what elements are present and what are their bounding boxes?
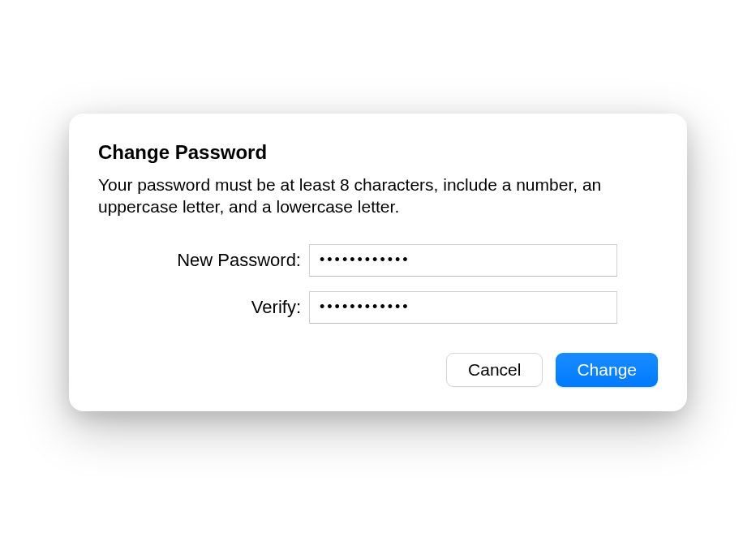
- change-button[interactable]: Change: [556, 353, 658, 387]
- new-password-row: New Password:: [98, 244, 658, 277]
- verify-password-input[interactable]: [309, 291, 617, 324]
- dialog-button-row: Cancel Change: [98, 353, 658, 387]
- verify-password-row: Verify:: [98, 291, 658, 324]
- dialog-description: Your password must be at least 8 charact…: [98, 174, 658, 218]
- cancel-button[interactable]: Cancel: [446, 353, 543, 387]
- new-password-label: New Password:: [98, 250, 309, 271]
- verify-password-label: Verify:: [98, 297, 309, 318]
- change-password-dialog: Change Password Your password must be at…: [69, 114, 687, 411]
- new-password-input[interactable]: [309, 244, 617, 277]
- dialog-title: Change Password: [98, 141, 658, 164]
